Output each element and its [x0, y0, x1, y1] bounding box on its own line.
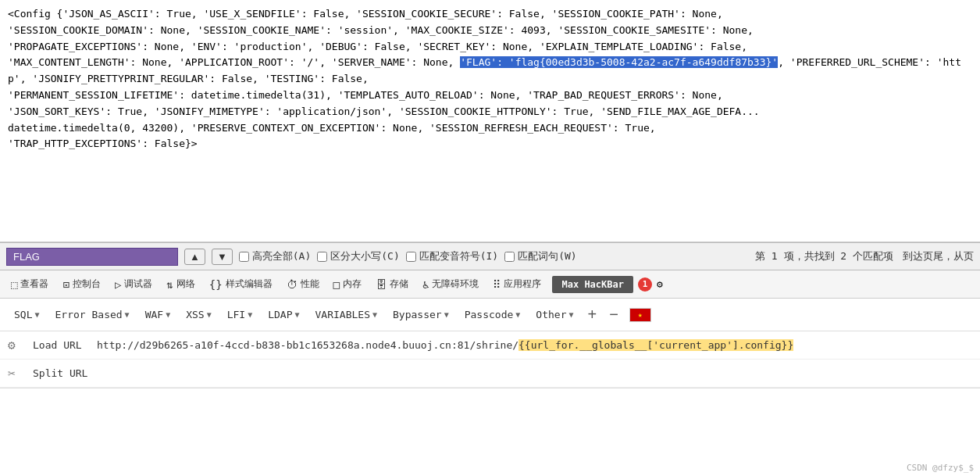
app-icon: ⠿: [493, 278, 501, 291]
error-based-label: Error Based: [55, 309, 123, 320]
match-case-label: 区分大小写(C): [330, 249, 399, 263]
tool-debugger[interactable]: ▷ 调试器: [109, 274, 159, 294]
match-diacritic-checkbox-group[interactable]: 匹配变音符号(I): [406, 249, 498, 263]
error-badge: 1: [638, 277, 652, 292]
highlight-all-label: 高亮全部(A): [252, 249, 311, 263]
performance-icon: ⏱: [287, 278, 298, 291]
split-url-row: ✂ Split URL: [0, 360, 980, 388]
style-editor-label: 样式编辑器: [226, 277, 273, 291]
content-line-2: 'SESSION_COOKIE_DOMAIN': None, 'SESSION_…: [8, 23, 972, 39]
storage-label: 存储: [390, 277, 408, 291]
waf-arrow: ▼: [166, 310, 170, 319]
app-label: 应用程序: [504, 277, 541, 291]
split-url-label: Split URL: [33, 367, 87, 379]
sql-arrow: ▼: [34, 310, 39, 319]
remove-button[interactable]: −: [604, 304, 623, 325]
sql-label: SQL: [14, 309, 32, 320]
content-line-4: 'MAX_CONTENT_LENGTH': None, 'APPLICATION…: [8, 55, 972, 88]
match-diacritic-label: 匹配变音符号(I): [419, 249, 498, 263]
highlight-all-checkbox[interactable]: [239, 252, 249, 262]
find-prev-button[interactable]: ▲: [184, 249, 205, 265]
console-label: 控制台: [73, 277, 101, 291]
accessibility-icon: ♿: [422, 278, 429, 291]
menu-ldap[interactable]: LDAP ▼: [262, 305, 305, 324]
ldap-label: LDAP: [268, 309, 292, 320]
find-input[interactable]: FLAG: [6, 248, 178, 266]
content-line-6: 'JSON_SORT_KEYS': True, 'JSONIFY_MIMETYP…: [8, 104, 972, 120]
tool-storage[interactable]: 🗄 存储: [369, 274, 415, 294]
menu-lfi[interactable]: LFI ▼: [221, 305, 259, 324]
find-next-button[interactable]: ▼: [212, 249, 233, 265]
menu-variables[interactable]: VARIABLES ▼: [309, 305, 383, 324]
tool-style-editor[interactable]: {} 样式编辑器: [203, 274, 279, 294]
memory-icon: □: [333, 278, 340, 291]
url-area: ⚙ Load URL http://d29b6265-a10f-4ccd-b83…: [0, 331, 980, 388]
memory-label: 内存: [343, 277, 362, 291]
console-icon: ⊡: [62, 278, 69, 291]
xss-label: XSS: [186, 309, 204, 320]
style-editor-icon: {}: [209, 278, 223, 291]
content-line-3: 'PROPAGATE_EXCEPTIONS': None, 'ENV': 'pr…: [8, 39, 972, 55]
menu-waf[interactable]: WAF ▼: [139, 305, 177, 324]
menu-xss[interactable]: XSS ▼: [180, 305, 218, 324]
tool-console[interactable]: ⊡ 控制台: [56, 274, 106, 294]
bypasser-label: Bypasser: [393, 309, 442, 320]
debugger-icon: ▷: [115, 278, 121, 291]
content-line-1: <Config {'JSON_AS_ASCII': True, 'USE_X_S…: [8, 6, 972, 23]
ldap-arrow: ▼: [295, 310, 300, 319]
tool-inspector[interactable]: ⬚ 查看器: [5, 274, 55, 294]
match-word-checkbox[interactable]: [504, 252, 515, 262]
other-label: Other: [536, 309, 566, 320]
main-content-area: <Config {'JSON_AS_ASCII': True, 'USE_X_S…: [0, 0, 980, 242]
tool-performance[interactable]: ⏱ 性能: [280, 274, 326, 294]
variables-arrow: ▼: [372, 310, 377, 319]
content-line-8: 'TRAP_HTTP_EXCEPTIONS': False}>: [8, 136, 972, 152]
network-icon: ⇅: [166, 278, 173, 291]
match-case-checkbox[interactable]: [317, 252, 327, 262]
storage-icon: 🗄: [376, 278, 387, 291]
performance-label: 性能: [301, 277, 319, 291]
match-diacritic-checkbox[interactable]: [406, 252, 416, 262]
url-normal-part: http://d29b6265-a10f-4ccd-b838-bb1c16532…: [97, 339, 519, 351]
find-status: 第 1 项，共找到 2 个匹配项: [755, 249, 893, 263]
passcode-label: Passcode: [465, 309, 514, 320]
lfi-arrow: ▼: [248, 310, 252, 319]
network-label: 网络: [176, 277, 195, 291]
menu-bypasser[interactable]: Bypasser ▼: [387, 305, 455, 324]
load-url-icon: ⚙: [8, 338, 23, 353]
xss-arrow: ▼: [207, 310, 212, 319]
load-url-value: http://d29b6265-a10f-4ccd-b838-bb1c16532…: [97, 339, 972, 351]
match-word-checkbox-group[interactable]: 匹配词句(W): [504, 249, 576, 263]
hackbar-tab[interactable]: Max HacKBar: [552, 276, 633, 293]
tool-memory[interactable]: □ 内存: [327, 274, 368, 294]
match-word-label: 匹配词句(W): [518, 249, 576, 263]
menu-other[interactable]: Other ▼: [529, 305, 579, 324]
tool-accessibility[interactable]: ♿ 无障碍环境: [416, 274, 485, 294]
find-page-nav: 到达页尾，从页: [903, 249, 974, 263]
accessibility-label: 无障碍环境: [432, 277, 479, 291]
devtools-extra-icon: ⚙: [657, 278, 663, 290]
load-url-label: Load URL: [33, 339, 87, 351]
split-url-icon: ✂: [8, 366, 23, 381]
menu-error-based[interactable]: Error Based ▼: [49, 305, 136, 324]
devtools-toolbar: ⬚ 查看器 ⊡ 控制台 ▷ 调试器 ⇅ 网络 {} 样式编辑器 ⏱ 性能 □ 内…: [0, 270, 980, 299]
error-based-arrow: ▼: [125, 310, 130, 319]
lfi-label: LFI: [227, 309, 245, 320]
highlight-all-checkbox-group[interactable]: 高亮全部(A): [239, 249, 311, 263]
add-button[interactable]: +: [583, 304, 602, 325]
inspector-icon: ⬚: [11, 278, 17, 291]
flag-highlight: 'FLAG': 'flag{00ed3d3b-5008-42a2-ac7f-a6…: [460, 56, 778, 68]
load-url-row: ⚙ Load URL http://d29b6265-a10f-4ccd-b83…: [0, 331, 980, 360]
find-bar: FLAG ▲ ▼ 高亮全部(A) 区分大小写(C) 匹配变音符号(I) 匹配词句…: [0, 242, 980, 270]
menu-sql[interactable]: SQL ▼: [8, 305, 46, 324]
match-case-checkbox-group[interactable]: 区分大小写(C): [317, 249, 399, 263]
inspector-label: 查看器: [20, 277, 48, 291]
language-flag[interactable]: ★: [629, 308, 651, 322]
other-arrow: ▼: [568, 310, 573, 319]
menu-passcode[interactable]: Passcode ▼: [458, 305, 527, 324]
variables-label: VARIABLES: [315, 309, 370, 320]
tool-network[interactable]: ⇅ 网络: [160, 274, 201, 294]
tool-app[interactable]: ⠿ 应用程序: [486, 274, 547, 294]
bypasser-arrow: ▼: [444, 310, 449, 319]
url-template-part: {{url_for.__globals__['current_app'].con…: [519, 339, 793, 351]
